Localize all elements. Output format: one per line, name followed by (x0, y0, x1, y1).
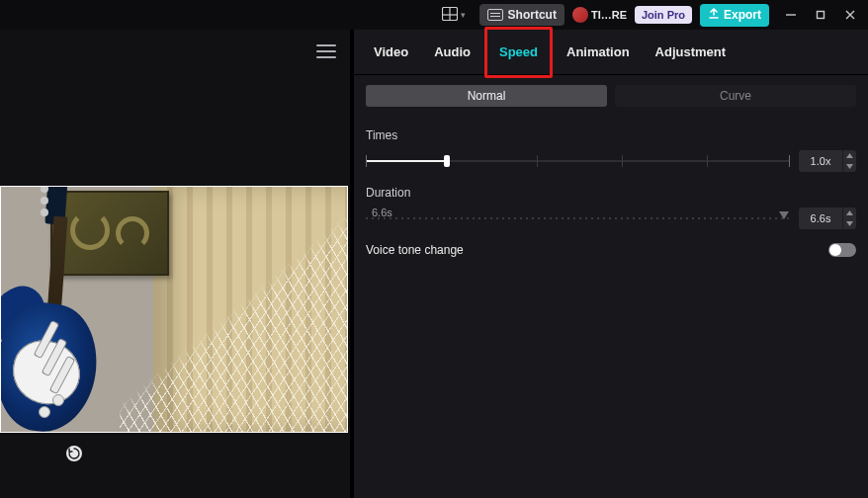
user-chip[interactable]: TI…RE (572, 7, 627, 23)
tab-audio[interactable]: Audio (422, 30, 482, 75)
layout-icon (442, 7, 458, 24)
duration-step-down[interactable] (843, 218, 856, 229)
duration-label: Duration (354, 172, 868, 208)
highlight-speed-tab: Speed (484, 27, 553, 78)
shortcut-label: Shortcut (508, 8, 557, 22)
tab-speed[interactable]: Speed (487, 30, 550, 75)
panel-menu-button[interactable] (316, 44, 336, 58)
refresh-preview-button[interactable] (65, 445, 83, 462)
speed-mode-curve[interactable]: Curve (615, 85, 856, 107)
keyboard-icon (487, 9, 503, 21)
avatar (572, 7, 588, 23)
user-name: TI…RE (591, 9, 627, 21)
times-slider[interactable] (366, 151, 789, 171)
layout-dropdown[interactable]: ▾ (436, 3, 472, 28)
voice-tone-change-label: Voice tone change (366, 243, 464, 257)
chevron-down-icon: ▾ (461, 10, 466, 20)
duration-value-input[interactable]: 6.6s (799, 208, 856, 229)
voice-tone-change-toggle[interactable] (828, 243, 856, 257)
inspector-panel: Video Audio Speed Animation Adjustment N… (354, 30, 868, 498)
preview-image (1, 187, 347, 432)
tab-video[interactable]: Video (362, 30, 420, 75)
duration-step-up[interactable] (843, 208, 856, 218)
svg-rect-4 (818, 12, 825, 19)
times-value-input[interactable]: 1.0x (799, 150, 856, 172)
export-button[interactable]: Export (700, 4, 769, 27)
shortcut-button[interactable]: Shortcut (479, 4, 564, 26)
tab-adjustment[interactable]: Adjustment (644, 30, 738, 75)
export-icon (708, 8, 720, 23)
preview-panel (0, 30, 354, 498)
duration-track-text: 6.6s (372, 207, 392, 218)
video-preview[interactable] (0, 186, 348, 433)
window-restore-button[interactable] (809, 3, 832, 27)
inspector-tabs: Video Audio Speed Animation Adjustment (354, 30, 868, 75)
duration-slider[interactable]: 6.6s (366, 208, 789, 228)
times-step-up[interactable] (843, 150, 856, 161)
window-close-button[interactable] (838, 3, 862, 27)
tab-animation[interactable]: Animation (555, 30, 642, 75)
window-minimize-button[interactable] (779, 3, 803, 27)
speed-mode-normal[interactable]: Normal (366, 85, 607, 107)
times-label: Times (354, 115, 868, 150)
join-pro-button[interactable]: Join Pro (635, 6, 692, 24)
times-step-down[interactable] (843, 161, 856, 172)
